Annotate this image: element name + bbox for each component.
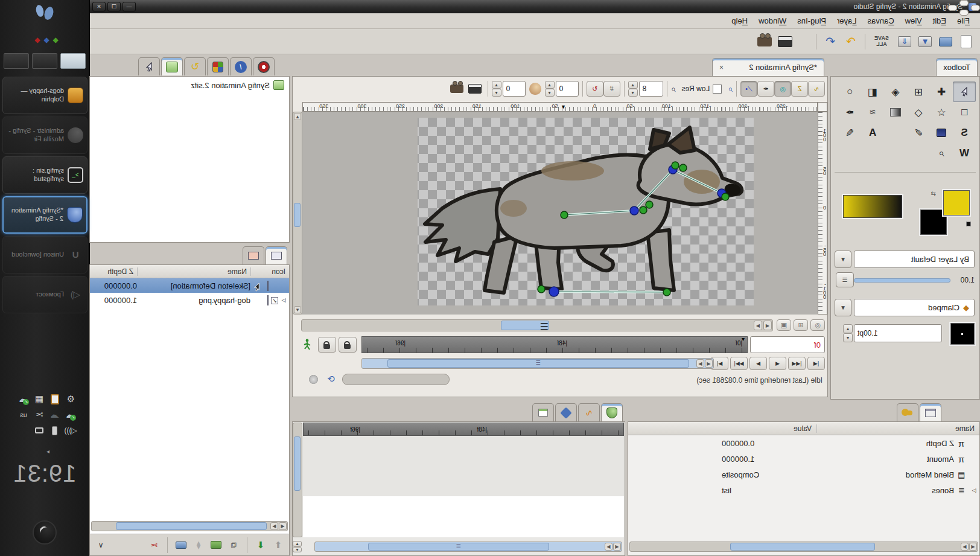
tool-width[interactable]: W [953,143,976,164]
tool-zoom[interactable]: ⌕ [930,143,953,164]
tray-cloud-check-icon[interactable]: ☁✓ [65,409,77,421]
tab-navigator[interactable] [253,57,275,75]
raise-layer-button[interactable]: ⬆ [270,537,286,553]
save-button[interactable]: ▼ [915,31,935,52]
tab-canvas[interactable]: *Synfig Animation 2 × [712,58,824,76]
tab-layers[interactable] [266,246,287,264]
tab-toolbox[interactable]: Toolbox [936,58,978,76]
scroll-left-icon[interactable]: ◀ [705,359,713,368]
col-name[interactable]: Name [816,424,979,433]
canvas-vscrollbar[interactable]: ▲ ▼ [293,112,302,315]
kde-cashew-icon[interactable] [33,520,57,545]
menu-window[interactable]: Window [753,14,792,27]
scroll-right-icon[interactable]: ▶ [605,543,612,551]
menu-view[interactable]: View [900,14,928,27]
tool-circle[interactable]: ○ [838,81,861,102]
save-as-button[interactable]: ⇓ [894,31,915,52]
menu-canvas[interactable]: Canvas [862,14,900,27]
tool-sketch[interactable]: ✎ [838,123,861,143]
refresh-icon[interactable]: ⟳ [327,374,335,385]
tray-expand-arrow[interactable]: ▸ [46,448,49,455]
fill-color-swatch[interactable] [943,190,970,216]
spin-up-icon[interactable]: ▲ [492,81,501,89]
interpolation-combo-chevron[interactable]: ▼ [835,299,851,316]
scroll-thumb[interactable] [294,203,301,227]
col-zdepth[interactable]: Z Depth [90,267,137,276]
time-marker[interactable]: ▼ [561,104,566,110]
spin-down-icon[interactable]: ▼ [545,89,555,97]
seek-prev-frame[interactable]: ◀ [769,357,786,370]
future-onion-spinner[interactable]: 0 ▲▼ [492,81,526,97]
open-button[interactable] [935,31,956,52]
scroll-right-icon[interactable]: ▶ [754,321,762,330]
scroll-thumb[interactable]: ☰ [368,543,549,551]
low-res-checkbox[interactable] [713,85,722,94]
gradient-swatch[interactable] [843,195,902,218]
spin-up-icon[interactable]: ▲ [293,541,302,547]
swap-colors-icon[interactable]: ⇄ [931,190,936,197]
taskbar-item[interactable]: UUnison [owncloud [2,236,88,273]
scroll-left-icon[interactable]: ◀ [613,543,621,551]
tool-mirror[interactable]: ◧ [861,81,884,102]
blend-method-combo[interactable]: By Layer Default [854,251,975,268]
tab-info[interactable]: i [230,57,252,75]
tool-gradient[interactable] [884,102,907,123]
menu-edit[interactable]: Edit [928,14,952,27]
tab-timetrack[interactable] [601,403,623,421]
duplicate-layer-button[interactable]: ⧫ [191,537,206,553]
tray-kbd-us-icon[interactable]: us [18,409,30,421]
scroll-left-icon[interactable]: ◀ [279,522,287,530]
scroll-left-icon[interactable]: ◀ [969,543,977,551]
tool-fill[interactable] [930,123,953,143]
time-hscrollbar[interactable]: ◀ ▶ ☰ [361,358,714,369]
tool-transform[interactable] [953,81,976,102]
seek-next-frame[interactable]: ▶ [749,357,767,370]
spin-down-icon[interactable]: ▼ [628,89,638,97]
param-value[interactable]: Composite [722,470,818,479]
redo-button[interactable]: ↷ [841,31,861,52]
spin-down-icon[interactable]: ▼ [492,89,501,97]
menu-help[interactable]: Help [726,14,753,27]
stop-render-icon[interactable] [309,375,318,384]
tray-scissors-icon[interactable]: ✂ [33,409,45,421]
canvas-browser-item[interactable]: Synfig Animation 2.sifz [90,77,289,94]
zoom-in-icon[interactable]: ⌕ [728,84,733,94]
seek-next-keyframe[interactable]: ▶▶| [730,357,748,370]
tool-text[interactable]: A [861,123,884,143]
scroll-up-icon[interactable]: ▲ [294,113,301,120]
timetrack-vscrollbar[interactable] [293,423,302,537]
new-group-button[interactable] [208,537,224,553]
taskbar-item[interactable]: >_synfig.sin : synfigstud [2,156,88,194]
tool-draw[interactable]: ✒ [838,102,861,123]
tab-tool-options[interactable] [138,57,160,75]
quality-value[interactable]: 8 [639,81,663,97]
tool-scale[interactable]: ⊞ [907,81,930,102]
tab-keyframes[interactable] [897,403,918,421]
scroll-left-icon[interactable]: ◀ [763,321,772,330]
param-row[interactable]: ▷≣Boneslist [628,482,979,498]
tray-gear-icon[interactable]: ⚙ [65,393,77,405]
scroll-thumb[interactable] [730,543,875,551]
scroll-thumb[interactable] [294,436,301,491]
tab-params[interactable] [920,403,941,421]
preview-button[interactable] [775,31,795,52]
toggle-width-ducks[interactable]: ∿ [808,81,825,97]
taskbar-item[interactable]: ◁)Громкост [2,276,88,313]
brush-size-spinner[interactable]: 1.00pt ▲▼ [843,324,942,342]
menu-plug-ins[interactable]: Plug-Ins [792,14,832,27]
layers-hscrollbar[interactable]: ◀ ▶ [91,521,288,531]
param-value[interactable]: 1.000000 [722,455,818,464]
tab-palette[interactable] [207,57,229,75]
pager-desktop[interactable] [4,53,29,69]
menu-file[interactable]: File [952,14,975,27]
param-value[interactable]: 0.000000 [722,439,818,448]
menu-layer[interactable]: Layer [832,14,862,27]
lower-layer-button[interactable]: ⬇ [253,537,269,553]
scroll-thumb[interactable] [116,522,267,530]
param-row[interactable]: πAmount1.000000 [628,451,979,467]
preview-window-button[interactable] [466,80,484,97]
save-all-button[interactable]: SAVE ALL [869,31,894,52]
tab-curves[interactable]: ∿ [578,403,600,421]
past-keyframe-lock[interactable] [339,337,357,353]
quality-spinner[interactable]: 8 ▲▼ [628,81,663,97]
